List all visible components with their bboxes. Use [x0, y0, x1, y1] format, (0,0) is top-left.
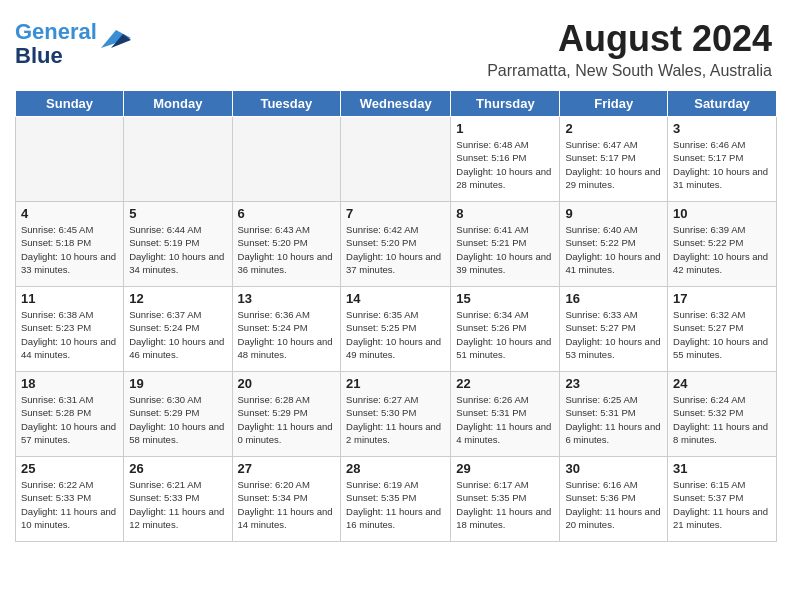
day-number: 9 [565, 206, 662, 221]
day-info: Sunrise: 6:34 AMSunset: 5:26 PMDaylight:… [456, 308, 554, 361]
day-cell-23: 23Sunrise: 6:25 AMSunset: 5:31 PMDayligh… [560, 372, 668, 457]
day-info: Sunrise: 6:20 AMSunset: 5:34 PMDaylight:… [238, 478, 336, 531]
day-cell-8: 8Sunrise: 6:41 AMSunset: 5:21 PMDaylight… [451, 202, 560, 287]
day-number: 14 [346, 291, 445, 306]
weekday-header-wednesday: Wednesday [341, 91, 451, 117]
day-cell-14: 14Sunrise: 6:35 AMSunset: 5:25 PMDayligh… [341, 287, 451, 372]
day-number: 10 [673, 206, 771, 221]
day-number: 15 [456, 291, 554, 306]
day-cell-27: 27Sunrise: 6:20 AMSunset: 5:34 PMDayligh… [232, 457, 341, 542]
day-info: Sunrise: 6:21 AMSunset: 5:33 PMDaylight:… [129, 478, 226, 531]
day-cell-22: 22Sunrise: 6:26 AMSunset: 5:31 PMDayligh… [451, 372, 560, 457]
day-number: 23 [565, 376, 662, 391]
day-cell-29: 29Sunrise: 6:17 AMSunset: 5:35 PMDayligh… [451, 457, 560, 542]
day-info: Sunrise: 6:28 AMSunset: 5:29 PMDaylight:… [238, 393, 336, 446]
day-number: 5 [129, 206, 226, 221]
day-number: 22 [456, 376, 554, 391]
day-number: 7 [346, 206, 445, 221]
day-cell-5: 5Sunrise: 6:44 AMSunset: 5:19 PMDaylight… [124, 202, 232, 287]
day-number: 11 [21, 291, 118, 306]
day-cell-19: 19Sunrise: 6:30 AMSunset: 5:29 PMDayligh… [124, 372, 232, 457]
day-number: 16 [565, 291, 662, 306]
day-cell-13: 13Sunrise: 6:36 AMSunset: 5:24 PMDayligh… [232, 287, 341, 372]
day-cell-3: 3Sunrise: 6:46 AMSunset: 5:17 PMDaylight… [668, 117, 777, 202]
day-number: 31 [673, 461, 771, 476]
week-row-3: 11Sunrise: 6:38 AMSunset: 5:23 PMDayligh… [16, 287, 777, 372]
logo-text: GeneralBlue [15, 20, 97, 68]
weekday-header-tuesday: Tuesday [232, 91, 341, 117]
day-cell-1: 1Sunrise: 6:48 AMSunset: 5:16 PMDaylight… [451, 117, 560, 202]
day-info: Sunrise: 6:19 AMSunset: 5:35 PMDaylight:… [346, 478, 445, 531]
day-number: 26 [129, 461, 226, 476]
day-number: 13 [238, 291, 336, 306]
day-info: Sunrise: 6:47 AMSunset: 5:17 PMDaylight:… [565, 138, 662, 191]
page-subtitle: Parramatta, New South Wales, Australia [20, 62, 772, 80]
day-info: Sunrise: 6:48 AMSunset: 5:16 PMDaylight:… [456, 138, 554, 191]
week-row-4: 18Sunrise: 6:31 AMSunset: 5:28 PMDayligh… [16, 372, 777, 457]
day-info: Sunrise: 6:15 AMSunset: 5:37 PMDaylight:… [673, 478, 771, 531]
weekday-header-monday: Monday [124, 91, 232, 117]
day-number: 3 [673, 121, 771, 136]
day-number: 25 [21, 461, 118, 476]
logo-icon [101, 30, 131, 48]
day-number: 18 [21, 376, 118, 391]
day-cell-24: 24Sunrise: 6:24 AMSunset: 5:32 PMDayligh… [668, 372, 777, 457]
day-info: Sunrise: 6:22 AMSunset: 5:33 PMDaylight:… [21, 478, 118, 531]
day-cell-25: 25Sunrise: 6:22 AMSunset: 5:33 PMDayligh… [16, 457, 124, 542]
day-cell-18: 18Sunrise: 6:31 AMSunset: 5:28 PMDayligh… [16, 372, 124, 457]
day-info: Sunrise: 6:39 AMSunset: 5:22 PMDaylight:… [673, 223, 771, 276]
day-cell-9: 9Sunrise: 6:40 AMSunset: 5:22 PMDaylight… [560, 202, 668, 287]
day-info: Sunrise: 6:32 AMSunset: 5:27 PMDaylight:… [673, 308, 771, 361]
day-info: Sunrise: 6:24 AMSunset: 5:32 PMDaylight:… [673, 393, 771, 446]
day-info: Sunrise: 6:26 AMSunset: 5:31 PMDaylight:… [456, 393, 554, 446]
day-info: Sunrise: 6:44 AMSunset: 5:19 PMDaylight:… [129, 223, 226, 276]
day-number: 24 [673, 376, 771, 391]
day-cell-17: 17Sunrise: 6:32 AMSunset: 5:27 PMDayligh… [668, 287, 777, 372]
day-number: 4 [21, 206, 118, 221]
day-number: 20 [238, 376, 336, 391]
day-info: Sunrise: 6:25 AMSunset: 5:31 PMDaylight:… [565, 393, 662, 446]
day-cell-2: 2Sunrise: 6:47 AMSunset: 5:17 PMDaylight… [560, 117, 668, 202]
day-info: Sunrise: 6:42 AMSunset: 5:20 PMDaylight:… [346, 223, 445, 276]
empty-cell [232, 117, 341, 202]
page-header: GeneralBlue August 2024 Parramatta, New … [15, 10, 777, 82]
day-cell-15: 15Sunrise: 6:34 AMSunset: 5:26 PMDayligh… [451, 287, 560, 372]
day-cell-21: 21Sunrise: 6:27 AMSunset: 5:30 PMDayligh… [341, 372, 451, 457]
empty-cell [16, 117, 124, 202]
day-cell-20: 20Sunrise: 6:28 AMSunset: 5:29 PMDayligh… [232, 372, 341, 457]
day-cell-12: 12Sunrise: 6:37 AMSunset: 5:24 PMDayligh… [124, 287, 232, 372]
empty-cell [341, 117, 451, 202]
page-title: August 2024 [20, 18, 772, 60]
calendar-table: SundayMondayTuesdayWednesdayThursdayFrid… [15, 90, 777, 542]
day-cell-30: 30Sunrise: 6:16 AMSunset: 5:36 PMDayligh… [560, 457, 668, 542]
day-number: 29 [456, 461, 554, 476]
day-number: 1 [456, 121, 554, 136]
day-info: Sunrise: 6:27 AMSunset: 5:30 PMDaylight:… [346, 393, 445, 446]
day-info: Sunrise: 6:16 AMSunset: 5:36 PMDaylight:… [565, 478, 662, 531]
day-info: Sunrise: 6:33 AMSunset: 5:27 PMDaylight:… [565, 308, 662, 361]
day-cell-16: 16Sunrise: 6:33 AMSunset: 5:27 PMDayligh… [560, 287, 668, 372]
day-number: 17 [673, 291, 771, 306]
day-cell-6: 6Sunrise: 6:43 AMSunset: 5:20 PMDaylight… [232, 202, 341, 287]
day-cell-4: 4Sunrise: 6:45 AMSunset: 5:18 PMDaylight… [16, 202, 124, 287]
day-number: 21 [346, 376, 445, 391]
day-number: 27 [238, 461, 336, 476]
day-cell-10: 10Sunrise: 6:39 AMSunset: 5:22 PMDayligh… [668, 202, 777, 287]
day-number: 30 [565, 461, 662, 476]
day-number: 2 [565, 121, 662, 136]
weekday-header-saturday: Saturday [668, 91, 777, 117]
day-info: Sunrise: 6:37 AMSunset: 5:24 PMDaylight:… [129, 308, 226, 361]
day-number: 8 [456, 206, 554, 221]
weekday-header-thursday: Thursday [451, 91, 560, 117]
day-number: 12 [129, 291, 226, 306]
day-info: Sunrise: 6:31 AMSunset: 5:28 PMDaylight:… [21, 393, 118, 446]
day-info: Sunrise: 6:35 AMSunset: 5:25 PMDaylight:… [346, 308, 445, 361]
day-number: 19 [129, 376, 226, 391]
week-row-1: 1Sunrise: 6:48 AMSunset: 5:16 PMDaylight… [16, 117, 777, 202]
week-row-2: 4Sunrise: 6:45 AMSunset: 5:18 PMDaylight… [16, 202, 777, 287]
day-cell-7: 7Sunrise: 6:42 AMSunset: 5:20 PMDaylight… [341, 202, 451, 287]
day-info: Sunrise: 6:41 AMSunset: 5:21 PMDaylight:… [456, 223, 554, 276]
day-cell-28: 28Sunrise: 6:19 AMSunset: 5:35 PMDayligh… [341, 457, 451, 542]
weekday-header-sunday: Sunday [16, 91, 124, 117]
weekday-header-friday: Friday [560, 91, 668, 117]
